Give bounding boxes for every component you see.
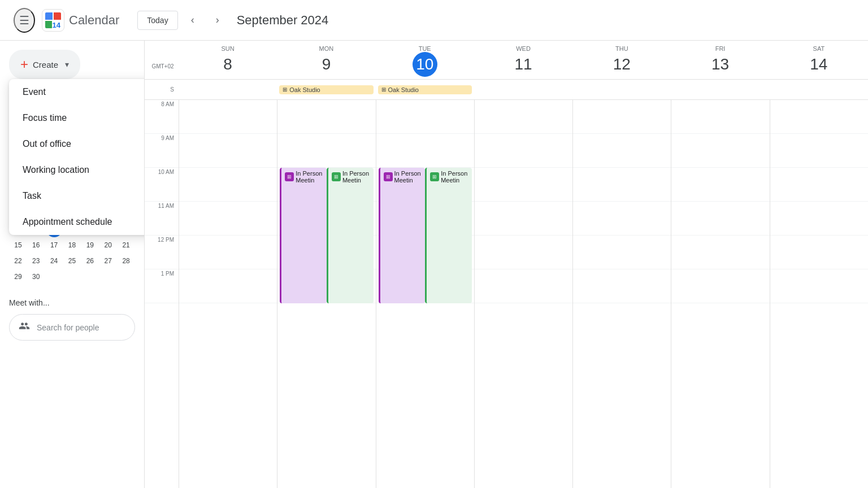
grid-cell-fri-10[interactable] [671,168,769,202]
grid-cell-mon-8[interactable] [277,100,375,134]
allday-cell-sat [770,89,868,91]
mini-cal-day-20[interactable]: 20 [100,237,116,253]
grid-cell-sun-8[interactable] [179,100,277,134]
mini-cal-day-19[interactable]: 19 [82,237,98,253]
grid-cell-thu-12[interactable] [573,236,671,269]
grid-cell-tue-8[interactable] [376,100,474,134]
mini-cal-day-25[interactable]: 25 [64,253,80,269]
day-num-tue[interactable]: 10 [413,52,437,77]
menu-button[interactable]: ☰ [14,8,35,33]
grid-cell-sat-9[interactable] [770,134,868,168]
grid-cell-sun-9[interactable] [179,134,277,168]
dropdown-item-focus-time[interactable]: Focus time [9,105,145,131]
event-mon-purple[interactable]: ⊞ In Person Meetin [280,168,327,303]
allday-cell-sun [179,89,277,91]
grid-cell-sat-8[interactable] [770,100,868,134]
grid-cell-fri-9[interactable] [671,134,769,168]
mini-cal-day-24[interactable]: 24 [46,253,62,269]
mini-cal-day-16[interactable]: 16 [28,237,44,253]
grid-cell-fri-12[interactable] [671,236,769,269]
time-grid: 8 AM 9 AM 10 AM 11 AM 12 PM 1 PM [145,100,868,488]
mini-cal-day-29[interactable]: 29 [10,269,26,285]
allday-event-tue[interactable]: ⊞ Oak Studio [378,85,472,94]
allday-cell-mon[interactable]: ⊞ Oak Studio [277,84,375,95]
grid-col-tue[interactable]: ⊞ In Person Meetin ⊞ In Person Meetin [376,100,474,488]
mini-cal-day-23[interactable]: 23 [28,253,44,269]
grid-cell-thu-1[interactable] [573,269,671,303]
grid-cell-sat-11[interactable] [770,202,868,236]
dropdown-item-task[interactable]: Task [9,183,145,209]
grid-cell-wed-1[interactable] [475,269,572,303]
event-tue-purple[interactable]: ⊞ In Person Meetin [379,168,426,303]
grid-col-mon[interactable]: ⊞ In Person Meetin ⊞ In Person Meetin [277,100,375,488]
event-mon-green[interactable]: ⊞ In Person Meetin [327,168,374,303]
event-label-tue-green: ⊞ In Person Meetin [430,170,468,184]
people-icon [19,320,30,334]
grid-col-sun[interactable] [179,100,277,488]
day-num-sun[interactable]: 8 [215,52,240,77]
dropdown-item-working-location[interactable]: Working location [9,157,145,183]
next-button[interactable]: › [207,10,228,30]
mini-cal-day-28[interactable]: 28 [118,253,134,269]
grid-cell-sat-1[interactable] [770,269,868,303]
grid-cell-wed-12[interactable] [475,236,572,269]
time-slot-1pm: 1 PM [145,269,179,303]
grid-cell-sun-1[interactable] [179,269,277,303]
mini-cal-day-18[interactable]: 18 [64,237,80,253]
grid-cell-fri-11[interactable] [671,202,769,236]
grid-col-wed[interactable] [474,100,572,488]
grid-cell-wed-10[interactable] [475,168,572,202]
grid-cell-wed-8[interactable] [475,100,572,134]
grid-cell-thu-8[interactable] [573,100,671,134]
grid-cell-wed-11[interactable] [475,202,572,236]
grid-icon-event-tue-green: ⊞ [430,172,439,181]
mini-cal-day-22[interactable]: 22 [10,253,26,269]
allday-event-mon[interactable]: ⊞ Oak Studio [279,85,373,94]
day-num-fri[interactable]: 13 [708,52,733,77]
day-col-fri: FRI 13 [671,45,769,77]
grid-col-sat[interactable] [770,100,868,488]
app-name: Calendar [69,13,119,28]
grid-cell-thu-11[interactable] [573,202,671,236]
create-button[interactable]: + Create ▾ [9,50,80,79]
out-of-office-label: Out of office [23,139,71,149]
grid-cell-thu-9[interactable] [573,134,671,168]
mini-cal-day-15[interactable]: 15 [10,237,26,253]
time-label-11am: 11 AM [158,203,174,209]
mini-cal-day-26[interactable]: 26 [82,253,98,269]
dropdown-item-appointment-schedule[interactable]: Appointment schedule [9,209,145,235]
grid-cell-fri-1[interactable] [671,269,769,303]
day-num-thu[interactable]: 12 [609,52,634,77]
grid-cell-sat-12[interactable] [770,236,868,269]
today-button[interactable]: Today [137,11,177,30]
day-num-sat[interactable]: 14 [806,52,831,77]
grid-cell-wed-9[interactable] [475,134,572,168]
grid-cell-sun-11[interactable] [179,202,277,236]
mini-cal-day-21[interactable]: 21 [118,237,134,253]
mini-cal-day-17[interactable]: 17 [46,237,62,253]
grid-cell-mon-9[interactable] [277,134,375,168]
day-num-mon[interactable]: 9 [314,52,338,77]
mini-cal-day-27[interactable]: 27 [100,253,116,269]
dropdown-item-out-of-office[interactable]: Out of office [9,131,145,157]
event-text-mon-purple: In Person Meetin [296,170,323,184]
grid-col-thu[interactable] [572,100,671,488]
header-nav: Today ‹ › September 2024 [137,10,328,30]
grid-col-fri[interactable] [671,100,769,488]
grid-cell-fri-8[interactable] [671,100,769,134]
prev-button[interactable]: ‹ [183,10,203,30]
grid-cell-sun-10[interactable] [179,168,277,202]
search-people-input[interactable]: Search for people [9,314,135,341]
allday-cell-tue[interactable]: ⊞ Oak Studio [376,84,474,95]
allday-cell-wed [474,89,572,91]
grid-cell-tue-9[interactable] [376,134,474,168]
dropdown-item-event[interactable]: Event › [9,79,145,105]
grid-cell-sat-10[interactable] [770,168,868,202]
grid-icon-event-green: ⊞ [332,172,341,181]
event-tue-green[interactable]: ⊞ In Person Meetin [425,168,472,303]
grid-cell-thu-10[interactable] [573,168,671,202]
mini-cal-day-30[interactable]: 30 [28,269,44,285]
meet-section-title: Meet with... [9,298,135,307]
day-num-wed[interactable]: 11 [511,52,536,77]
grid-cell-sun-12[interactable] [179,236,277,269]
